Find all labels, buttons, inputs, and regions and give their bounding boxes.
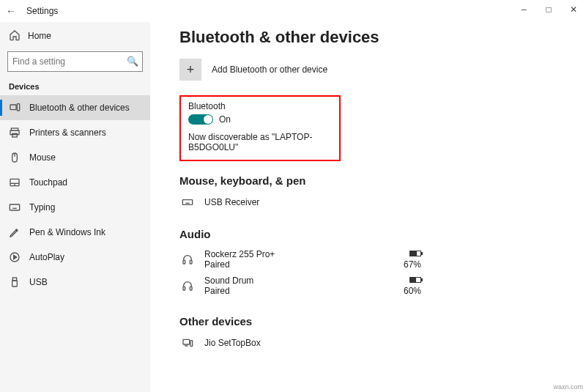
watermark: waxn.com [553, 383, 583, 391]
home-label: Home [28, 31, 51, 41]
device-row-sound-drum[interactable]: Sound Drum Paired 60% [179, 273, 421, 299]
svg-rect-10 [10, 204, 19, 210]
svg-rect-28 [183, 286, 185, 290]
device-status: Paired [204, 259, 404, 270]
section-heading: Other devices [179, 315, 586, 328]
svg-rect-1 [17, 104, 19, 111]
close-button[interactable]: ✕ [561, 0, 586, 19]
svg-rect-20 [182, 200, 192, 205]
sidebar-item-label: Bluetooth & other devices [29, 103, 130, 113]
sidebar-item-pen[interactable]: Pen & Windows Ink [0, 220, 150, 245]
search-icon: 🔍 [127, 56, 138, 67]
headphones-icon [181, 253, 194, 266]
home-icon [9, 29, 21, 43]
device-row-rockerz[interactable]: Rockerz 255 Pro+ Paired 67% [179, 246, 421, 273]
settopbox-icon [181, 336, 194, 350]
devices-icon [9, 102, 21, 114]
device-name: Rockerz 255 Pro+ [204, 249, 404, 259]
section-heading: Mouse, keyboard, & pen [179, 174, 586, 187]
search-input[interactable] [7, 51, 143, 72]
mouse-icon [9, 152, 21, 163]
svg-rect-30 [183, 339, 190, 344]
svg-rect-31 [190, 341, 193, 347]
svg-rect-19 [12, 281, 18, 286]
sidebar-item-usb[interactable]: USB [0, 270, 150, 295]
battery-icon [409, 251, 421, 256]
svg-rect-0 [10, 105, 16, 110]
device-name: Jio SetTopBox [204, 338, 421, 348]
sidebar-group-label: Devices [0, 72, 150, 95]
plus-icon: + [179, 59, 201, 81]
device-status: Paired [204, 286, 404, 296]
sidebar-item-label: Printers & scanners [29, 127, 106, 138]
back-button[interactable]: ← [6, 5, 26, 17]
sidebar-item-printers[interactable]: Printers & scanners [0, 120, 150, 145]
section-mouse-kb: Mouse, keyboard, & pen USB Receiver [179, 174, 586, 212]
battery-pct: 60% [404, 286, 421, 296]
svg-rect-26 [183, 260, 185, 264]
device-row-usb-receiver[interactable]: USB Receiver [179, 193, 421, 212]
keyboard-icon [9, 201, 21, 213]
window-controls: – □ ✕ [511, 0, 586, 19]
battery-icon [409, 277, 421, 283]
discoverable-text: Now discoverable as "LAPTOP-B5DGO0LU" [188, 132, 332, 152]
headphones-icon [181, 279, 194, 292]
sidebar-item-touchpad[interactable]: Touchpad [0, 170, 150, 195]
bluetooth-state: On [219, 114, 231, 125]
sidebar-item-label: Touchpad [29, 177, 67, 188]
sidebar: Home 🔍 Devices Bluetooth & other devices… [0, 22, 150, 392]
page-title: Bluetooth & other devices [179, 28, 586, 47]
sidebar-item-label: Mouse [29, 152, 56, 163]
usb-icon [9, 276, 21, 288]
sidebar-item-bluetooth[interactable]: Bluetooth & other devices [0, 95, 150, 120]
sidebar-item-label: AutoPlay [29, 252, 64, 262]
bluetooth-highlight-box: Bluetooth On Now discoverable as "LAPTOP… [179, 95, 341, 161]
section-heading: Audio [179, 228, 586, 240]
bluetooth-toggle[interactable] [188, 114, 213, 125]
home-nav[interactable]: Home [0, 25, 150, 47]
content: Bluetooth & other devices + Add Bluetoot… [150, 22, 586, 392]
maximize-button[interactable]: □ [536, 0, 561, 19]
minimize-button[interactable]: – [511, 0, 536, 19]
printer-icon [9, 127, 21, 138]
section-other: Other devices Jio SetTopBox [179, 315, 586, 352]
sidebar-item-typing[interactable]: Typing [0, 195, 150, 220]
sidebar-item-label: Typing [29, 202, 55, 212]
sidebar-item-autoplay[interactable]: AutoPlay [0, 245, 150, 270]
window-title: Settings [26, 6, 58, 16]
device-name: USB Receiver [204, 197, 421, 207]
svg-rect-29 [190, 286, 192, 290]
svg-rect-27 [190, 260, 192, 264]
autoplay-icon [9, 251, 21, 263]
device-name: Sound Drum [204, 275, 404, 286]
sidebar-nav: Bluetooth & other devices Printers & sca… [0, 95, 150, 295]
battery-pct: 67% [404, 259, 421, 270]
sidebar-item-mouse[interactable]: Mouse [0, 145, 150, 170]
add-device-label: Add Bluetooth or other device [212, 64, 327, 75]
keyboard-icon [181, 196, 194, 209]
svg-marker-17 [14, 255, 17, 259]
sidebar-item-label: USB [29, 277, 48, 287]
titlebar: ← Settings [0, 0, 586, 22]
sidebar-item-label: Pen & Windows Ink [29, 227, 105, 237]
pen-icon [9, 226, 21, 238]
bluetooth-label: Bluetooth [188, 101, 332, 111]
touchpad-icon [9, 177, 21, 188]
device-row-stb[interactable]: Jio SetTopBox [179, 333, 421, 352]
add-device-row[interactable]: + Add Bluetooth or other device [179, 59, 586, 81]
section-audio: Audio Rockerz 255 Pro+ Paired 67% Sound … [179, 228, 586, 299]
